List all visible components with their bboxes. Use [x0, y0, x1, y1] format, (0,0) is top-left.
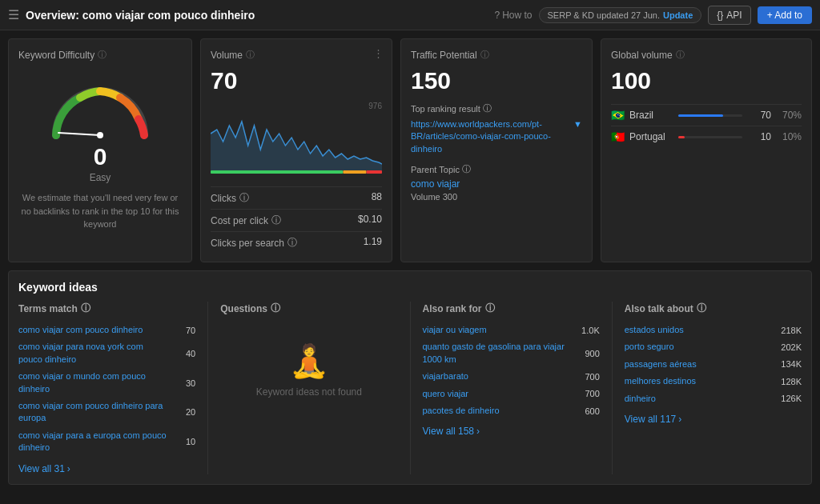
api-button[interactable]: {} API — [708, 6, 750, 25]
no-results-icon: 🧘 — [289, 342, 329, 380]
country-bar — [678, 136, 685, 138]
volume-info-icon[interactable]: ⓘ — [246, 49, 255, 61]
ki-item: pacotes de dinheiro 600 — [423, 402, 600, 419]
volume-card: ⋮ Volume ⓘ 70 976 — [200, 38, 392, 262]
ki-link[interactable]: como viajar o mundo com pouco dinheiro — [18, 370, 167, 395]
traffic-value: 150 — [411, 67, 582, 94]
ki-item: viajarbarato 700 — [423, 368, 600, 385]
svg-rect-5 — [367, 170, 382, 174]
clicks-info-icon[interactable]: ⓘ — [239, 191, 249, 205]
svg-marker-2 — [211, 122, 382, 174]
ki-item: como viajar com pouco dinheiro para euro… — [18, 398, 195, 427]
flag-icon: 🇵🇹 — [611, 130, 625, 143]
ki-link[interactable]: melhores destinos — [625, 375, 774, 387]
no-results: 🧘 Keyword ideas not found — [220, 322, 397, 418]
ki-col-title: Questions ⓘ — [220, 302, 397, 315]
ki-item: dinheiro 126K — [625, 390, 802, 407]
ki-item: viajar ou viagem 1.0K — [423, 322, 600, 338]
chevron-right-icon: › — [67, 463, 70, 474]
no-results-text: Keyword ideas not found — [256, 386, 362, 398]
ranking-url-link[interactable]: https://www.worldpackers.com/pt-BR/artic… — [411, 118, 582, 155]
ki-volume: 134K — [774, 359, 802, 369]
volume-stats: Clicks ⓘ 88 Cost per click ⓘ $0.10 Click… — [211, 186, 382, 254]
ki-volume: 20 — [167, 407, 195, 417]
ki-link[interactable]: quanto gasto de gasolina para viajar 100… — [423, 341, 572, 366]
menu-icon[interactable]: ☰ — [8, 7, 19, 22]
view-all-link[interactable]: View all 158 › — [423, 426, 600, 437]
ki-link[interactable]: passagens aéreas — [625, 358, 774, 370]
also_talk_about-info-icon[interactable]: ⓘ — [697, 302, 706, 315]
chevron-right-icon: › — [476, 426, 480, 437]
ki-link[interactable]: como viajar para a europa com pouco dinh… — [18, 430, 167, 454]
ki-volume: 700 — [572, 372, 600, 382]
ki-item: como viajar com pouco dinheiro 70 — [18, 322, 195, 338]
update-button[interactable]: Update — [663, 10, 693, 20]
country-bar-wrap — [678, 136, 742, 138]
page-title: Overview: como viajar com pouco dinheiro — [26, 9, 488, 22]
ki-volume: 70 — [167, 326, 195, 335]
questions-info-icon[interactable]: ⓘ — [271, 302, 280, 315]
kd-value: 0 — [94, 143, 107, 170]
ki-col-terms_match: Terms match ⓘ como viajar com pouco dinh… — [18, 302, 208, 474]
traffic-card: Traffic Potential ⓘ 150 Top ranking resu… — [400, 38, 593, 262]
ki-volume: 126K — [774, 394, 802, 403]
question-icon: ? — [494, 10, 500, 21]
country-row: 🇧🇷 Brazil 70 70% — [611, 104, 802, 126]
country-bar — [678, 114, 723, 117]
parent-topic-link[interactable]: como viajar — [411, 178, 582, 190]
volume-menu-icon[interactable]: ⋮ — [373, 47, 384, 59]
ki-item: melhores destinos 128K — [625, 373, 802, 390]
ki-link[interactable]: dinheiro — [625, 393, 774, 405]
kd-info-icon[interactable]: ⓘ — [98, 49, 107, 61]
ki-volume: 202K — [774, 342, 802, 352]
ki-item: como viajar o mundo com pouco dinheiro 3… — [18, 368, 195, 398]
traffic-info-icon[interactable]: ⓘ — [480, 49, 489, 61]
ki-col-questions: Questions ⓘ 🧘 Keyword ideas not found — [220, 302, 410, 474]
ki-link[interactable]: viajarbarato — [423, 370, 572, 382]
ki-volume: 10 — [167, 437, 195, 446]
ki-link[interactable]: como viajar para nova york com pouco din… — [18, 341, 167, 366]
traffic-card-title: Traffic Potential ⓘ — [411, 49, 582, 61]
top-ranking-info-icon[interactable]: ⓘ — [483, 102, 492, 114]
ki-link[interactable]: pacotes de dinheiro — [423, 405, 572, 417]
ki-col-title: Terms match ⓘ — [18, 302, 195, 315]
parent-topic-label: Parent Topic ⓘ — [411, 163, 582, 175]
global-value: 100 — [611, 67, 802, 94]
ki-item: estados unidos 218K — [625, 322, 802, 338]
ki-link[interactable]: quero viajar — [423, 388, 572, 400]
stat-cps: Clicks per search ⓘ 1.19 — [211, 231, 382, 254]
parent-topic-info-icon[interactable]: ⓘ — [462, 163, 471, 175]
also_rank_for-info-icon[interactable]: ⓘ — [485, 302, 495, 315]
ki-link[interactable]: viajar ou viagem — [423, 324, 572, 336]
api-icon: {} — [717, 10, 723, 21]
cps-info-icon[interactable]: ⓘ — [287, 236, 297, 250]
ki-link[interactable]: estados unidos — [625, 324, 774, 336]
countries-list: 🇧🇷 Brazil 70 70% 🇵🇹 Portugal 10 10% — [611, 104, 802, 147]
volume-card-title: Volume ⓘ — [211, 49, 382, 61]
ki-link[interactable]: porto seguro — [625, 341, 774, 353]
cpc-info-icon[interactable]: ⓘ — [271, 214, 281, 227]
country-row: 🇵🇹 Portugal 10 10% — [611, 126, 802, 147]
ki-columns: Terms match ⓘ como viajar com pouco dinh… — [18, 302, 802, 474]
topbar: ☰ Overview: como viajar com pouco dinhei… — [0, 0, 820, 30]
view-all-link[interactable]: View all 117 › — [625, 414, 802, 425]
global-info-icon[interactable]: ⓘ — [676, 49, 685, 61]
terms_match-info-icon[interactable]: ⓘ — [81, 302, 90, 315]
ki-volume: 600 — [572, 406, 600, 416]
ki-volume: 900 — [572, 349, 600, 358]
svg-rect-4 — [343, 170, 366, 174]
main-content: Keyword Difficulty ⓘ 0 — [0, 30, 820, 493]
svg-rect-3 — [211, 170, 343, 174]
global-card-title: Global volume ⓘ — [611, 49, 802, 61]
ki-link[interactable]: como viajar com pouco dinheiro — [18, 324, 167, 336]
ki-item: quero viajar 700 — [423, 386, 600, 402]
ki-col-title: Also talk about ⓘ — [625, 302, 802, 315]
country-percent: 70% — [776, 110, 802, 121]
top-ranking-label: Top ranking result ⓘ — [411, 102, 582, 114]
keyword-ideas-section: Keyword ideas Terms match ⓘ como viajar … — [8, 270, 812, 485]
view-all-link[interactable]: View all 31 › — [18, 463, 195, 474]
add-to-button[interactable]: + Add to — [758, 6, 812, 24]
how-to-link[interactable]: ? How to — [494, 10, 532, 21]
ki-link[interactable]: como viajar com pouco dinheiro para euro… — [18, 400, 167, 425]
ki-item: como viajar para a europa com pouco dinh… — [18, 427, 195, 457]
